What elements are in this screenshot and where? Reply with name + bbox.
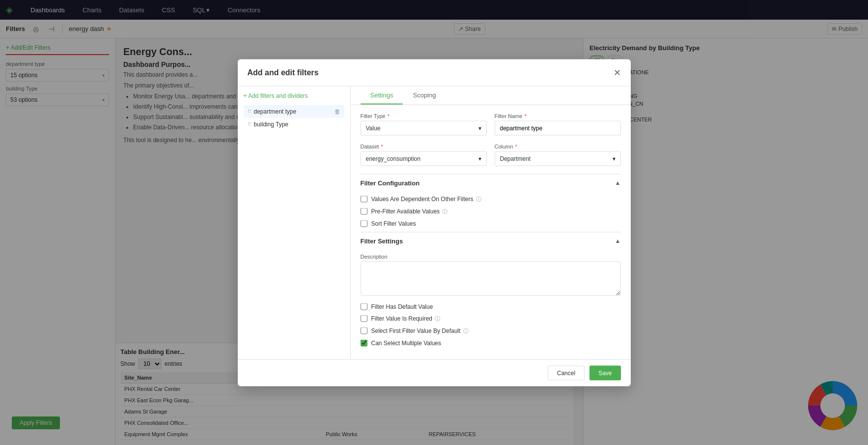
column-label: Column *: [495, 143, 621, 149]
multiple-values-checkbox[interactable]: [361, 339, 367, 346]
checkbox-sort: Sort Filter Values: [361, 220, 621, 227]
tab-settings[interactable]: Settings: [361, 86, 403, 104]
has-default-checkbox[interactable]: [361, 303, 367, 310]
tab-scoping[interactable]: Scoping: [403, 86, 446, 104]
sort-checkbox[interactable]: [361, 220, 367, 227]
dataset-label: Dataset *: [361, 143, 487, 149]
column-select[interactable]: Department ▾: [495, 151, 621, 166]
form-row-dataset-col: Dataset * energy_consumption ▾ Column *: [361, 143, 621, 166]
delete-icon[interactable]: 🗑: [335, 108, 340, 115]
form-row-type-name: Filter Type * Value ▾ Filter Name *: [361, 113, 621, 135]
checkbox-multiple-values: Can Select Multiple Values: [361, 339, 621, 346]
checkbox-has-default: Filter Has Default Value: [361, 303, 621, 310]
checkbox-dependent: Values Are Dependent On Other Filters ⓘ: [361, 195, 621, 203]
filter-name-input[interactable]: [495, 120, 621, 135]
filter-config-section[interactable]: Filter Configuration ▲: [361, 174, 621, 191]
chevron-down-icon: ▾: [478, 124, 481, 131]
filter-type-group: Filter Type * Value ▾: [361, 113, 487, 135]
dataset-group: Dataset * energy_consumption ▾: [361, 143, 487, 166]
add-filters-button[interactable]: + Add filters and dividers: [244, 92, 344, 99]
dependent-checkbox[interactable]: [361, 196, 367, 203]
prefilter-checkbox[interactable]: [361, 208, 367, 215]
collapse-icon-2: ▲: [615, 237, 621, 244]
filter-modal: Add and edit filters ✕ + Add filters and…: [238, 59, 631, 386]
required-asterisk-3: *: [381, 143, 383, 149]
column-group: Column * Department ▾: [495, 143, 621, 166]
drag-handle-icon: ⠿: [248, 109, 251, 114]
dataset-select[interactable]: energy_consumption ▾: [361, 151, 487, 166]
modal-settings-panel: Settings Scoping Filter Type * Value ▾: [351, 86, 631, 359]
modal-filter-list: + Add filters and dividers ⠿ department …: [238, 86, 351, 359]
description-input[interactable]: [361, 261, 621, 296]
checkbox-prefilter: Pre-Filter Available Values ⓘ: [361, 208, 621, 215]
chevron-down-icon-4: ▾: [613, 155, 616, 162]
description-label: Description: [361, 253, 621, 259]
filter-settings-section[interactable]: Filter Settings ▲: [361, 232, 621, 249]
modal-body: + Add filters and dividers ⠿ department …: [238, 86, 631, 359]
filter-type-label: Filter Type *: [361, 113, 487, 119]
drag-handle-icon-2: ⠿: [248, 121, 251, 127]
info-icon-2: ⓘ: [442, 208, 448, 214]
filter-name-group: Filter Name *: [495, 113, 621, 135]
cancel-button[interactable]: Cancel: [548, 365, 585, 380]
modal-settings-content: Filter Type * Value ▾ Filter Name *: [351, 105, 631, 359]
collapse-icon: ▲: [615, 179, 621, 186]
modal-close-button[interactable]: ✕: [614, 67, 621, 78]
modal-footer: Cancel Save: [238, 359, 631, 386]
modal-tabs: Settings Scoping: [351, 86, 631, 105]
save-button[interactable]: Save: [589, 365, 620, 380]
description-group: Description: [361, 253, 621, 297]
filter-list-item-building[interactable]: ⠿ building Type 🗑: [244, 118, 344, 130]
info-icon: ⓘ: [476, 196, 481, 202]
filter-list-item-dept[interactable]: ⠿ department type 🗑: [244, 105, 344, 118]
required-checkbox[interactable]: [361, 315, 367, 322]
info-icon-4: ⓘ: [463, 327, 469, 333]
modal-title: Add and edit filters: [248, 68, 319, 77]
info-icon-3: ⓘ: [435, 315, 440, 321]
checkbox-required: Filter Value Is Required ⓘ: [361, 315, 621, 322]
chevron-down-icon-3: ▾: [478, 155, 481, 162]
filter-type-select[interactable]: Value ▾: [361, 120, 487, 135]
required-asterisk-4: *: [515, 143, 517, 149]
filter-name-label: Filter Name *: [495, 113, 621, 119]
required-asterisk: *: [388, 113, 390, 119]
select-first-checkbox[interactable]: [361, 327, 367, 334]
required-asterisk-2: *: [524, 113, 526, 119]
checkbox-select-first: Select First Filter Value By Default ⓘ: [361, 327, 621, 334]
modal-header: Add and edit filters ✕: [238, 59, 631, 86]
